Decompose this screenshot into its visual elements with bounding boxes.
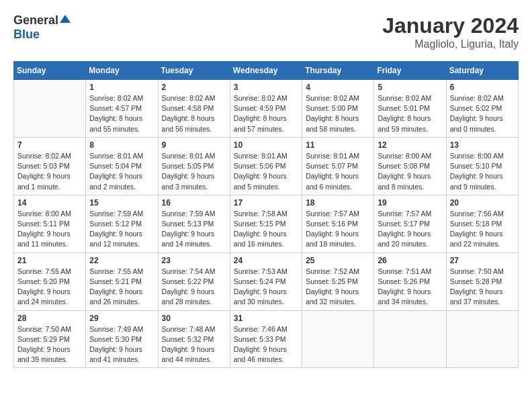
month-title: January 2024 (382, 13, 519, 38)
calendar-cell: 17Sunrise: 7:58 AM Sunset: 5:15 PM Dayli… (230, 195, 302, 253)
calendar-cell: 15Sunrise: 7:59 AM Sunset: 5:12 PM Dayli… (86, 195, 158, 253)
calendar-week-row: 14Sunrise: 8:00 AM Sunset: 5:11 PM Dayli… (14, 195, 519, 253)
calendar-cell (14, 80, 86, 138)
calendar-cell (302, 310, 374, 368)
day-number: 9 (162, 140, 226, 150)
logo-icon (60, 13, 71, 24)
day-info: Sunrise: 7:50 AM Sunset: 5:29 PM Dayligh… (17, 324, 82, 365)
calendar-cell: 3Sunrise: 8:02 AM Sunset: 4:59 PM Daylig… (230, 80, 302, 138)
calendar-cell: 11Sunrise: 8:01 AM Sunset: 5:07 PM Dayli… (302, 137, 374, 195)
weekday-header-thursday: Thursday (302, 62, 374, 80)
day-number: 25 (306, 256, 370, 265)
day-number: 23 (162, 256, 226, 265)
day-info: Sunrise: 7:55 AM Sunset: 5:21 PM Dayligh… (89, 267, 154, 308)
day-info: Sunrise: 8:00 AM Sunset: 5:08 PM Dayligh… (378, 151, 442, 192)
weekday-header-sunday: Sunday (14, 62, 86, 80)
day-info: Sunrise: 7:55 AM Sunset: 5:20 PM Dayligh… (17, 267, 82, 308)
calendar-cell: 25Sunrise: 7:52 AM Sunset: 5:25 PM Dayli… (302, 253, 374, 310)
day-number: 29 (89, 314, 154, 323)
day-info: Sunrise: 8:02 AM Sunset: 5:00 PM Dayligh… (306, 93, 370, 134)
day-number: 11 (306, 140, 370, 150)
day-info: Sunrise: 8:01 AM Sunset: 5:06 PM Dayligh… (234, 151, 298, 192)
day-info: Sunrise: 7:49 AM Sunset: 5:30 PM Dayligh… (89, 324, 154, 365)
calendar-cell (446, 310, 518, 368)
day-info: Sunrise: 8:02 AM Sunset: 5:01 PM Dayligh… (378, 93, 442, 134)
day-number: 19 (378, 198, 442, 208)
calendar-cell: 26Sunrise: 7:51 AM Sunset: 5:26 PM Dayli… (374, 253, 446, 310)
day-info: Sunrise: 8:01 AM Sunset: 5:07 PM Dayligh… (306, 151, 370, 192)
calendar-cell: 14Sunrise: 8:00 AM Sunset: 5:11 PM Dayli… (14, 195, 86, 253)
day-info: Sunrise: 7:57 AM Sunset: 5:17 PM Dayligh… (378, 209, 442, 250)
calendar-cell: 28Sunrise: 7:50 AM Sunset: 5:29 PM Dayli… (14, 310, 86, 368)
calendar-cell: 19Sunrise: 7:57 AM Sunset: 5:17 PM Dayli… (374, 195, 446, 253)
calendar-cell: 27Sunrise: 7:50 AM Sunset: 5:28 PM Dayli… (446, 253, 518, 310)
day-number: 22 (89, 256, 154, 265)
logo: General Blue (13, 13, 71, 42)
day-number: 8 (89, 140, 154, 150)
day-number: 17 (234, 198, 298, 208)
day-number: 26 (378, 256, 442, 265)
day-info: Sunrise: 7:57 AM Sunset: 5:16 PM Dayligh… (306, 209, 370, 250)
day-info: Sunrise: 7:59 AM Sunset: 5:13 PM Dayligh… (162, 209, 226, 250)
day-number: 16 (162, 198, 226, 208)
calendar-cell: 8Sunrise: 8:01 AM Sunset: 5:04 PM Daylig… (86, 137, 158, 195)
calendar-cell: 18Sunrise: 7:57 AM Sunset: 5:16 PM Dayli… (302, 195, 374, 253)
day-info: Sunrise: 8:01 AM Sunset: 5:05 PM Dayligh… (162, 151, 226, 192)
day-info: Sunrise: 7:51 AM Sunset: 5:26 PM Dayligh… (378, 267, 442, 308)
calendar-cell: 16Sunrise: 7:59 AM Sunset: 5:13 PM Dayli… (158, 195, 230, 253)
day-info: Sunrise: 7:56 AM Sunset: 5:18 PM Dayligh… (450, 209, 515, 250)
day-info: Sunrise: 8:02 AM Sunset: 5:02 PM Dayligh… (450, 93, 515, 134)
calendar-cell: 24Sunrise: 7:53 AM Sunset: 5:24 PM Dayli… (230, 253, 302, 310)
day-info: Sunrise: 7:58 AM Sunset: 5:15 PM Dayligh… (234, 209, 298, 250)
day-info: Sunrise: 7:54 AM Sunset: 5:22 PM Dayligh… (162, 267, 226, 308)
day-number: 2 (162, 83, 226, 92)
day-number: 5 (378, 83, 442, 92)
calendar-week-row: 1Sunrise: 8:02 AM Sunset: 4:57 PM Daylig… (14, 80, 519, 138)
day-info: Sunrise: 7:48 AM Sunset: 5:32 PM Dayligh… (162, 324, 226, 365)
day-info: Sunrise: 7:52 AM Sunset: 5:25 PM Dayligh… (306, 267, 370, 308)
calendar-cell: 4Sunrise: 8:02 AM Sunset: 5:00 PM Daylig… (302, 80, 374, 138)
day-number: 28 (17, 314, 82, 323)
calendar-cell: 5Sunrise: 8:02 AM Sunset: 5:01 PM Daylig… (374, 80, 446, 138)
calendar-cell: 22Sunrise: 7:55 AM Sunset: 5:21 PM Dayli… (86, 253, 158, 310)
day-number: 4 (306, 83, 370, 92)
calendar-cell: 31Sunrise: 7:46 AM Sunset: 5:33 PM Dayli… (230, 310, 302, 368)
day-info: Sunrise: 8:02 AM Sunset: 4:57 PM Dayligh… (89, 93, 154, 134)
calendar-cell: 12Sunrise: 8:00 AM Sunset: 5:08 PM Dayli… (374, 137, 446, 195)
calendar-cell: 29Sunrise: 7:49 AM Sunset: 5:30 PM Dayli… (86, 310, 158, 368)
day-info: Sunrise: 7:46 AM Sunset: 5:33 PM Dayligh… (234, 324, 298, 365)
day-number: 6 (450, 83, 515, 92)
day-number: 27 (450, 256, 515, 265)
weekday-header-monday: Monday (86, 62, 158, 80)
title-section: January 2024 Magliolo, Liguria, Italy (382, 13, 519, 50)
weekday-header-wednesday: Wednesday (230, 62, 302, 80)
logo-general-text: General (13, 13, 58, 28)
day-number: 18 (306, 198, 370, 208)
day-number: 12 (378, 140, 442, 150)
day-info: Sunrise: 8:01 AM Sunset: 5:04 PM Dayligh… (89, 151, 154, 192)
calendar-cell: 1Sunrise: 8:02 AM Sunset: 4:57 PM Daylig… (86, 80, 158, 138)
weekday-header-friday: Friday (374, 62, 446, 80)
weekday-header-tuesday: Tuesday (158, 62, 230, 80)
svg-marker-0 (60, 15, 71, 23)
calendar-cell: 7Sunrise: 8:02 AM Sunset: 5:03 PM Daylig… (14, 137, 86, 195)
day-info: Sunrise: 8:02 AM Sunset: 4:59 PM Dayligh… (234, 93, 298, 134)
calendar-cell: 10Sunrise: 8:01 AM Sunset: 5:06 PM Dayli… (230, 137, 302, 195)
day-info: Sunrise: 7:59 AM Sunset: 5:12 PM Dayligh… (89, 209, 154, 250)
calendar-cell: 20Sunrise: 7:56 AM Sunset: 5:18 PM Dayli… (446, 195, 518, 253)
weekday-header-row: SundayMondayTuesdayWednesdayThursdayFrid… (14, 62, 519, 80)
day-number: 24 (234, 256, 298, 265)
day-number: 20 (450, 198, 515, 208)
day-number: 13 (450, 140, 515, 150)
day-number: 1 (89, 83, 154, 92)
logo-blue-text: Blue (13, 28, 71, 42)
calendar-cell (374, 310, 446, 368)
page-header: General Blue January 2024 Magliolo, Ligu… (13, 13, 519, 50)
calendar-week-row: 21Sunrise: 7:55 AM Sunset: 5:20 PM Dayli… (14, 253, 519, 310)
calendar-cell: 6Sunrise: 8:02 AM Sunset: 5:02 PM Daylig… (446, 80, 518, 138)
calendar-cell: 13Sunrise: 8:00 AM Sunset: 5:10 PM Dayli… (446, 137, 518, 195)
calendar-cell: 21Sunrise: 7:55 AM Sunset: 5:20 PM Dayli… (14, 253, 86, 310)
day-number: 31 (234, 314, 298, 323)
calendar-week-row: 28Sunrise: 7:50 AM Sunset: 5:29 PM Dayli… (14, 310, 519, 368)
day-info: Sunrise: 8:02 AM Sunset: 5:03 PM Dayligh… (17, 151, 82, 192)
